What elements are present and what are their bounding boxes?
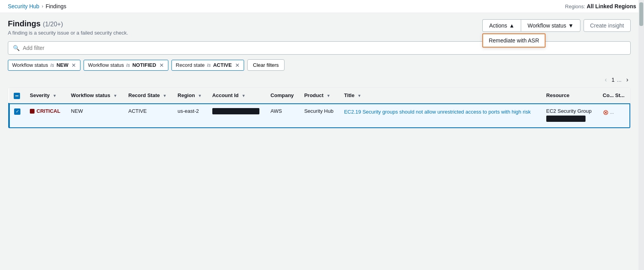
chip-1-value: NEW [57, 62, 68, 68]
th-record-state[interactable]: Record State ▼ [124, 88, 173, 103]
actions-dropdown: Remediate with ASR [482, 33, 545, 48]
td-product: Security Hub [299, 103, 339, 128]
account-id-redacted [212, 108, 259, 114]
scrollbar-thumb[interactable] [639, 2, 643, 26]
chip-2-is: is [126, 62, 130, 68]
chip-1-is: is [51, 62, 54, 68]
th-region[interactable]: Region ▼ [173, 88, 208, 103]
th-workflow-label: Workflow status [71, 92, 110, 98]
title-link[interactable]: EC2.19 Security groups should not allow … [344, 109, 531, 115]
td-co-st: ⊗ ··· [598, 103, 630, 128]
search-icon: 🔍 [13, 45, 20, 51]
remediate-asr-item[interactable]: Remediate with ASR [483, 34, 544, 47]
th-record-label: Record State [128, 92, 160, 98]
resource-id-redacted [546, 116, 586, 122]
chip-3-value: ACTIVE [213, 62, 232, 68]
breadcrumb-separator: › [42, 4, 43, 9]
td-account-id [208, 103, 266, 128]
severity-dot [30, 109, 35, 114]
page-title: Findings (1/20+) [8, 19, 128, 28]
chip-1-label: Workflow status [12, 62, 48, 68]
filter-chips: Workflow status is NEW ✕ Workflow status… [8, 59, 631, 71]
td-region: us-east-2 [173, 103, 208, 128]
workflow-status-button[interactable]: Workflow status ▼ [521, 19, 580, 32]
th-product[interactable]: Product ▼ [299, 88, 339, 103]
page-title-section: Findings (1/20+) A finding is a security… [8, 19, 128, 36]
row-checkbox[interactable] [14, 108, 20, 115]
th-account-label: Account Id [212, 92, 239, 98]
chip-1-close[interactable]: ✕ [71, 62, 76, 68]
chip-2-label: Workflow status [88, 62, 124, 68]
scrollbar[interactable] [639, 0, 644, 135]
th-resource-label: Resource [546, 92, 569, 98]
more-options[interactable]: ··· [610, 110, 614, 116]
table-container: Severity ▼ Workflow status ▼ Record Stat… [8, 87, 631, 129]
product-value: Security Hub [304, 108, 333, 114]
td-severity: CRITICAL [25, 103, 66, 128]
th-title-label: Title [344, 92, 355, 98]
filter-chip-record-active: Record state is ACTIVE ✕ [171, 60, 244, 71]
resource-type: EC2 Security Group [546, 108, 593, 114]
th-workflow-status[interactable]: Workflow status ▼ [66, 88, 124, 103]
workflow-status-value: NEW [71, 108, 83, 114]
pagination-next[interactable]: › [624, 75, 631, 84]
severity-badge: CRITICAL [30, 108, 60, 114]
th-company-label: Company [270, 92, 294, 98]
breadcrumb-link-security-hub[interactable]: Security Hub [8, 3, 39, 9]
th-region-label: Region [178, 92, 195, 98]
record-state-value: ACTIVE [128, 108, 147, 114]
data-table: Severity ▼ Workflow status ▼ Record Stat… [8, 88, 630, 128]
th-checkbox [9, 88, 26, 103]
th-title-sort: ▼ [358, 94, 361, 98]
select-all-checkbox[interactable] [14, 93, 20, 99]
breadcrumb-bar: Security Hub › Findings Regions: All Lin… [0, 0, 644, 13]
actions-label: Actions [489, 22, 507, 29]
regions-info: Regions: All Linked Regions [565, 3, 636, 9]
actions-icon: ▲ [509, 22, 514, 29]
filter-chip-workflow-notified: Workflow status is NOTIFIED ✕ [84, 60, 168, 71]
th-workflow-sort: ▼ [113, 94, 117, 98]
create-insight-button[interactable]: Create insight [584, 19, 631, 32]
table-row[interactable]: CRITICAL NEW ACTIVE us-east-2 [9, 103, 631, 128]
regions-label: Regions: [565, 4, 585, 9]
workflow-status-icon: ▼ [568, 22, 574, 29]
td-title: EC2.19 Security groups should not allow … [339, 103, 542, 128]
page-title-text: Findings [8, 19, 40, 28]
region-value: us-east-2 [178, 108, 199, 114]
th-product-label: Product [304, 92, 323, 98]
chip-3-label: Record state [176, 62, 205, 68]
regions-value: All Linked Regions [587, 3, 636, 9]
th-account-id[interactable]: Account Id ▼ [208, 88, 266, 103]
td-checkbox[interactable] [9, 103, 26, 128]
td-record-state: ACTIVE [124, 103, 173, 128]
th-resource: Resource [542, 88, 598, 103]
clear-filters-button[interactable]: Clear filters [247, 59, 285, 71]
th-severity-sort: ▼ [53, 94, 57, 98]
th-severity[interactable]: Severity ▼ [25, 88, 66, 103]
table-header: Severity ▼ Workflow status ▼ Record Stat… [9, 88, 631, 103]
td-company: AWS [266, 103, 299, 128]
chip-3-is: is [207, 62, 211, 68]
th-account-sort: ▼ [242, 94, 246, 98]
pagination-page: 1 [611, 77, 615, 83]
pagination: ‹ 1 ... › [8, 75, 631, 84]
th-product-sort: ▼ [327, 94, 330, 98]
page-subtitle: A finding is a security issue or a faile… [8, 30, 128, 36]
severity-text: CRITICAL [36, 108, 60, 114]
chip-2-close[interactable]: ✕ [159, 62, 164, 68]
page-title-count: (1/20+) [43, 21, 63, 28]
header-actions: Actions ▲ Workflow status ▼ Remediate wi… [482, 19, 631, 32]
th-record-sort: ▼ [163, 94, 167, 98]
chip-2-value: NOTIFIED [132, 62, 156, 68]
company-value: AWS [270, 108, 282, 114]
th-co-st-label: Co... St... [603, 92, 625, 98]
breadcrumb: Security Hub › Findings [8, 3, 66, 9]
page-header: Findings (1/20+) A finding is a security… [8, 19, 631, 36]
error-icon: ⊗ [603, 108, 609, 116]
chip-3-close[interactable]: ✕ [235, 62, 240, 68]
pagination-prev[interactable]: ‹ [602, 75, 609, 84]
table-body: CRITICAL NEW ACTIVE us-east-2 [9, 103, 631, 128]
th-title[interactable]: Title ▼ [339, 88, 542, 103]
workflow-status-label: Workflow status [527, 22, 566, 29]
actions-button[interactable]: Actions ▲ [482, 19, 521, 32]
